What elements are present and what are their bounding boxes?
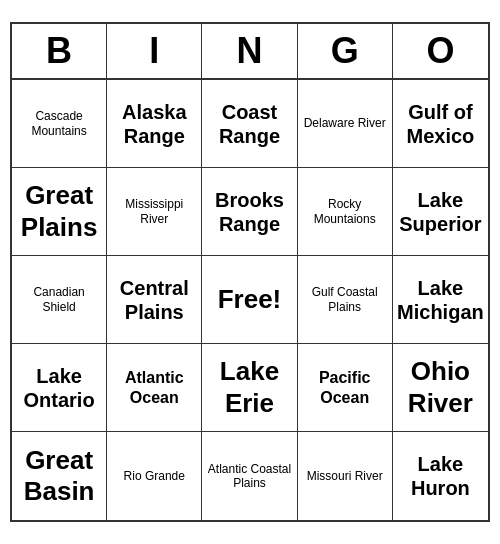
bingo-cell: Gulf Coastal Plains: [298, 256, 393, 344]
cell-label: Lake Michigan: [397, 276, 484, 324]
bingo-cell: Lake Ontario: [12, 344, 107, 432]
cell-label: Lake Superior: [397, 188, 484, 236]
cell-label: Delaware River: [304, 116, 386, 130]
bingo-cell: Atlantic Coastal Plains: [202, 432, 297, 520]
cell-label: Lake Erie: [206, 356, 292, 418]
bingo-cell: Ohio River: [393, 344, 488, 432]
cell-label: Great Plains: [16, 180, 102, 242]
bingo-header-letter: B: [12, 24, 107, 78]
bingo-cell: Great Plains: [12, 168, 107, 256]
cell-label: Rocky Mountaions: [302, 197, 388, 226]
bingo-cell: Free!: [202, 256, 297, 344]
bingo-cell: Alaska Range: [107, 80, 202, 168]
bingo-grid: Cascade MountainsAlaska RangeCoast Range…: [12, 80, 488, 520]
bingo-cell: Canadian Shield: [12, 256, 107, 344]
bingo-cell: Rio Grande: [107, 432, 202, 520]
cell-label: Lake Ontario: [16, 364, 102, 412]
cell-label: Gulf of Mexico: [397, 100, 484, 148]
cell-label: Coast Range: [206, 100, 292, 148]
bingo-cell: Lake Huron: [393, 432, 488, 520]
cell-label: Atlantic Coastal Plains: [206, 462, 292, 491]
bingo-card: BINGO Cascade MountainsAlaska RangeCoast…: [10, 22, 490, 522]
bingo-header: BINGO: [12, 24, 488, 80]
bingo-cell: Lake Michigan: [393, 256, 488, 344]
cell-label: Pacific Ocean: [302, 368, 388, 406]
cell-label: Gulf Coastal Plains: [302, 285, 388, 314]
cell-label: Cascade Mountains: [16, 109, 102, 138]
bingo-cell: Lake Superior: [393, 168, 488, 256]
bingo-cell: Brooks Range: [202, 168, 297, 256]
bingo-header-letter: N: [202, 24, 297, 78]
bingo-header-letter: I: [107, 24, 202, 78]
cell-label: Atlantic Ocean: [111, 368, 197, 406]
cell-label: Missouri River: [307, 469, 383, 483]
bingo-cell: Rocky Mountaions: [298, 168, 393, 256]
bingo-cell: Atlantic Ocean: [107, 344, 202, 432]
cell-label: Lake Huron: [397, 452, 484, 500]
cell-label: Ohio River: [397, 356, 484, 418]
cell-label: Central Plains: [111, 276, 197, 324]
bingo-cell: Delaware River: [298, 80, 393, 168]
bingo-cell: Cascade Mountains: [12, 80, 107, 168]
cell-label: Great Basin: [16, 445, 102, 507]
bingo-cell: Central Plains: [107, 256, 202, 344]
cell-label: Alaska Range: [111, 100, 197, 148]
bingo-cell: Missouri River: [298, 432, 393, 520]
bingo-cell: Pacific Ocean: [298, 344, 393, 432]
bingo-header-letter: O: [393, 24, 488, 78]
bingo-cell: Coast Range: [202, 80, 297, 168]
cell-label: Mississippi River: [111, 197, 197, 226]
bingo-cell: Mississippi River: [107, 168, 202, 256]
cell-label: Brooks Range: [206, 188, 292, 236]
cell-label: Rio Grande: [124, 469, 185, 483]
cell-label: Free!: [218, 284, 282, 315]
bingo-header-letter: G: [298, 24, 393, 78]
bingo-cell: Great Basin: [12, 432, 107, 520]
cell-label: Canadian Shield: [16, 285, 102, 314]
bingo-cell: Gulf of Mexico: [393, 80, 488, 168]
bingo-cell: Lake Erie: [202, 344, 297, 432]
